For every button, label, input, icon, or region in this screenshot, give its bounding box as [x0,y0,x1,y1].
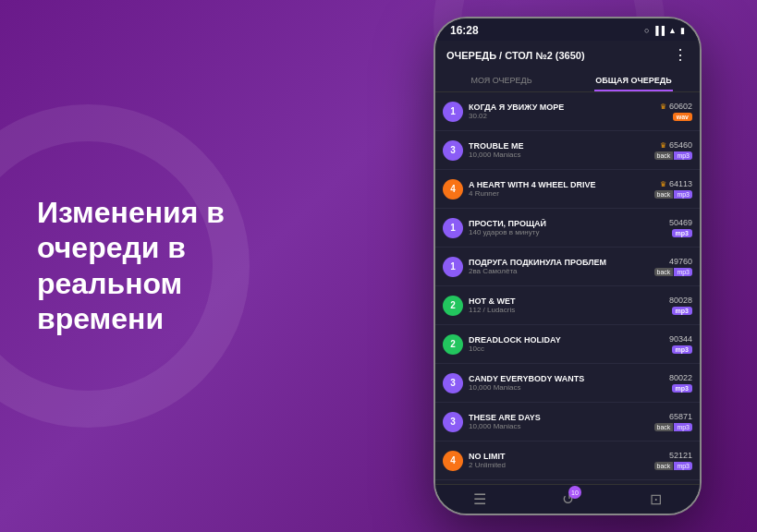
song-artist: 10,000 Maniacs [469,383,665,392]
badge-mp3: mp3 [672,307,692,315]
song-info: CANDY EVERYBODY WANTS 10,000 Maniacs [469,374,665,392]
song-artist: 10,000 Maniacs [469,422,651,430]
song-id-row: 90344 [669,334,692,344]
nav-history[interactable]: ↺ 10 [562,490,574,508]
song-number: 2 [443,334,463,355]
song-id: 90344 [669,334,692,344]
song-artist: 10cc [469,345,665,353]
tab-general-queue[interactable]: ОБЩАЯ ОЧЕРЕДЬ [568,69,700,91]
song-id-row: ♛ 60602 [660,102,692,111]
badge-back-mp3: backmp3 [654,190,692,199]
song-info: NO LIMIT 2 Unlimited [469,452,651,469]
song-info: THESE ARE DAYS 10,000 Maniacs [469,413,651,430]
nav-queue[interactable]: ☰ [473,490,486,508]
song-title: КОГДА Я УВИЖУ МОРЕ [469,103,656,112]
status-bar: 16:28 ○ ▐▐ ▲ ▮ [435,18,700,41]
song-number: 1 [443,257,463,277]
song-artist: 2 Unlimited [469,461,651,469]
song-list: 1 КОГДА Я УВИЖУ МОРЕ 30.02 ♛ 60602 wav 3… [435,92,700,484]
menu-button[interactable]: ⋮ [673,46,689,64]
badge-back-mp3: backmp3 [654,268,692,276]
song-number: 1 [443,102,463,122]
song-id: 80028 [669,296,692,305]
badge-back-mp3: backmp3 [654,423,692,431]
circle-icon: ○ [644,26,649,35]
tab-my-queue[interactable]: МОЯ ОЧЕРЕДЬ [435,69,568,91]
song-item: 3 TROUBLE ME 10,000 Maniacs ♛ 65460 back… [435,131,700,170]
song-item: 3 THESE ARE DAYS 10,000 Maniacs 65871 ba… [435,403,700,441]
song-artist: 112 / Ludacris [469,306,665,314]
hero-text: Изменения в очереди в реальном времени [37,195,296,337]
status-time: 16:28 [450,24,479,37]
song-right: 49760 backmp3 [654,257,692,276]
song-title: TROUBLE ME [469,141,651,151]
queue-icon: ☰ [473,490,486,508]
song-right: 65871 backmp3 [654,412,692,431]
song-item: 1 ПРОСТИ, ПРОЩАЙ 140 ударов в минуту 504… [435,209,700,248]
song-right: ♛ 60602 wav [660,102,692,121]
song-title: A HEART WITH 4 WHEEL DRIVE [469,180,651,189]
song-id-row: ♛ 65460 [660,140,692,150]
song-info: HOT & WET 112 / Ludacris [469,296,665,314]
history-badge: 10 [568,486,581,499]
song-item: 3 CANDY EVERYBODY WANTS 10,000 Maniacs 8… [435,364,700,403]
crown-icon: ♛ [660,141,666,150]
song-artist: 4 Runner [469,189,651,198]
song-info: КОГДА Я УВИЖУ МОРЕ 30.02 [469,103,656,120]
wifi-icon: ▲ [668,26,677,35]
nav-screen[interactable]: ⊡ [650,490,662,508]
song-right: ♛ 64113 backmp3 [654,179,692,199]
battery-icon: ▮ [680,26,685,35]
song-id: 52121 [669,451,692,460]
song-title: HOT & WET [469,296,665,306]
crown-icon: ♛ [660,103,666,111]
song-id-row: ♛ 64113 [660,179,692,188]
song-number: 4 [443,451,463,471]
song-info: TROUBLE ME 10,000 Maniacs [469,141,651,159]
badge-back-mp3: backmp3 [654,151,692,160]
song-right: ♛ 65460 backmp3 [654,140,692,160]
song-item: 1 ПОДРУГА ПОДКИНУЛА ПРОБЛЕМ 2ва Самолёта… [435,248,700,286]
song-number: 2 [443,296,463,316]
badge-mp3: mp3 [672,384,692,393]
song-id-row: 49760 [669,257,692,266]
song-item: 2 HOT & WET 112 / Ludacris 80028 mp3 [435,286,700,325]
crown-icon: ♛ [660,180,666,188]
song-number: 3 [443,412,463,432]
app-header: ОЧЕРЕДЬ / СТОЛ №2 (3650) ⋮ [435,41,700,69]
song-number: 3 [443,373,463,393]
status-icons: ○ ▐▐ ▲ ▮ [644,26,685,35]
song-id-row: 50469 [669,218,692,227]
phone-wrapper: 16:28 ○ ▐▐ ▲ ▮ ОЧЕРЕДЬ / СТОЛ №2 (3650) … [433,17,702,515]
song-title: THESE ARE DAYS [469,413,651,422]
song-info: ПОДРУГА ПОДКИНУЛА ПРОБЛЕМ 2ва Самолёта [469,258,651,275]
song-artist: 30.02 [469,112,656,120]
song-info: DREADLOCK HOLIDAY 10cc [469,335,665,353]
hero-section: Изменения в очереди в реальном времени [37,195,296,337]
song-right: 90344 mp3 [669,334,692,354]
screen-icon: ⊡ [650,490,662,508]
song-artist: 140 ударов в минуту [469,228,665,236]
song-id: 50469 [669,218,692,227]
song-id: 80022 [669,373,692,382]
song-title: CANDY EVERYBODY WANTS [469,374,665,383]
song-right: 80028 mp3 [669,296,692,315]
song-item: 1 КОГДА Я УВИЖУ МОРЕ 30.02 ♛ 60602 wav [435,92,700,131]
song-id-row: 80028 [669,296,692,305]
app-header-title: ОЧЕРЕДЬ / СТОЛ №2 (3650) [446,50,585,61]
song-artist: 2ва Самолёта [469,267,651,275]
song-title: ПРОСТИ, ПРОЩАЙ [469,219,665,228]
song-title: DREADLOCK HOLIDAY [469,335,665,345]
song-id-row: 80022 [669,373,692,382]
song-right: 50469 mp3 [669,218,692,237]
song-item: 4 NO LIMIT 2 Unlimited 52121 backmp3 [435,441,700,480]
song-id-row: 65871 [669,412,692,421]
song-id: 65871 [669,412,692,421]
signal-icon: ▐▐ [653,26,665,35]
bottom-nav: ☰ ↺ 10 ⊡ [435,484,700,514]
song-right: 52121 backmp3 [654,451,692,470]
song-id: 64113 [669,179,692,188]
song-title: ПОДРУГА ПОДКИНУЛА ПРОБЛЕМ [469,258,651,267]
song-id-row: 52121 [669,451,692,460]
song-info: A HEART WITH 4 WHEEL DRIVE 4 Runner [469,180,651,198]
